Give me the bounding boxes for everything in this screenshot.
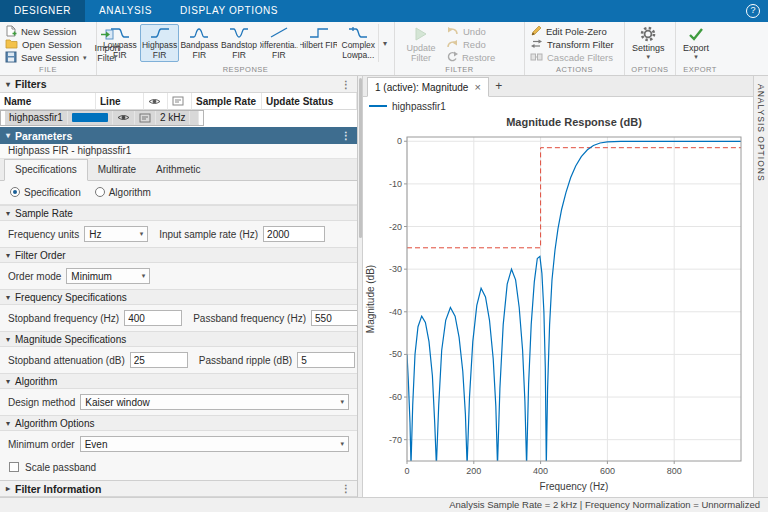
response-differentiator-fir-button[interactable]: Differentia... FIR bbox=[259, 24, 299, 62]
cascade-filters-button[interactable]: Cascade Filters bbox=[528, 51, 616, 64]
response-highpass-fir-button[interactable]: Highpass FIR bbox=[140, 24, 180, 62]
hilbert-response-icon bbox=[309, 25, 329, 40]
chevron-down-icon: ▾ bbox=[140, 230, 144, 238]
section-magnitude-specifications[interactable]: ▾ Magnitude Specifications bbox=[0, 331, 357, 347]
tab-arithmetic[interactable]: Arithmetic bbox=[146, 160, 210, 180]
open-session-button[interactable]: Open Session bbox=[3, 38, 89, 51]
new-figure-tab-button[interactable]: + bbox=[489, 76, 509, 96]
gear-icon bbox=[640, 25, 656, 43]
specification-radio[interactable]: Specification bbox=[10, 187, 81, 198]
filter-visibility-eye-icon[interactable] bbox=[113, 111, 135, 125]
section-frequency-specifications[interactable]: ▾ Frequency Specifications bbox=[0, 289, 357, 305]
section-algorithm-options[interactable]: ▾ Algorithm Options bbox=[0, 415, 357, 431]
parameters-menu-icon[interactable]: ⋮ bbox=[341, 130, 351, 141]
minimum-order-select[interactable]: Even▾ bbox=[80, 436, 349, 452]
tab-designer[interactable]: DESIGNER bbox=[0, 0, 85, 22]
tab-display-options[interactable]: DISPLAY OPTIONS bbox=[166, 0, 292, 22]
legend-line-sample bbox=[369, 105, 387, 107]
restore-icon bbox=[446, 51, 458, 64]
new-session-button[interactable]: New Session bbox=[3, 25, 89, 38]
ribbon-group-response: Lowpass FIR Highpass FIR Bandpass FIR Ba… bbox=[97, 22, 395, 75]
save-session-button[interactable]: Save Session ▾ bbox=[3, 51, 89, 64]
ribbon-group-file: New Session Open Session Save Session ▾ … bbox=[0, 22, 97, 75]
tab-analysis[interactable]: ANALYSIS bbox=[85, 0, 166, 22]
response-curve-highpassfir1 bbox=[407, 141, 741, 465]
response-gallery-expand-button[interactable]: ▾ bbox=[378, 24, 391, 62]
parameters-panel-header[interactable]: ▾ Parameters ⋮ bbox=[0, 127, 357, 144]
save-session-dropdown-icon[interactable]: ▾ bbox=[83, 54, 87, 62]
update-filter-button[interactable]: Update Filter bbox=[398, 24, 444, 64]
algorithm-controls: Design method Kaiser window▾ bbox=[0, 389, 357, 415]
passband-ripple-field[interactable] bbox=[297, 352, 355, 368]
toolstrip-tab-bar: DESIGNER ANALYSIS DISPLAY OPTIONS ? bbox=[0, 0, 768, 22]
scale-passband-checkbox[interactable] bbox=[9, 462, 19, 472]
order-mode-select[interactable]: Minimum▾ bbox=[66, 268, 150, 284]
analysis-options-strip[interactable]: ANALYSIS OPTIONS bbox=[753, 76, 768, 497]
filters-panel-header[interactable]: ▾ Filters ⋮ bbox=[0, 76, 357, 93]
transform-filter-button[interactable]: Transform Filter bbox=[528, 38, 616, 51]
frequency-units-select[interactable]: Hz▾ bbox=[84, 226, 148, 242]
design-method-select[interactable]: Kaiser window▾ bbox=[80, 394, 349, 410]
current-filter-subtitle: Highpass FIR - highpassfir1 bbox=[0, 144, 357, 159]
help-icon[interactable]: ? bbox=[746, 4, 760, 18]
stopband-frequency-field[interactable] bbox=[124, 310, 182, 326]
filters-menu-icon[interactable]: ⋮ bbox=[341, 79, 351, 90]
collapse-icon: ▾ bbox=[6, 419, 10, 428]
ribbon-group-export: Export ▾ EXPORT bbox=[676, 22, 724, 75]
svg-text:Magnitude (dB): Magnitude (dB) bbox=[365, 265, 376, 333]
algorithm-radio[interactable]: Algorithm bbox=[95, 187, 151, 198]
stopband-attenuation-field[interactable] bbox=[130, 352, 188, 368]
settings-button[interactable]: Settings ▾ bbox=[628, 24, 669, 61]
expand-icon: ▸ bbox=[6, 484, 10, 493]
parameter-tabs: Specifications Multirate Arithmetic bbox=[0, 159, 357, 181]
filter-sample-rate-cell: 2 kHz bbox=[156, 111, 191, 125]
redo-icon bbox=[446, 38, 459, 51]
magnitude-response-chart[interactable]: 02004006008000-10-20-30-40-50-60-70Magni… bbox=[363, 113, 753, 497]
passband-frequency-field[interactable] bbox=[311, 310, 358, 326]
ribbon-group-filter: Update Filter Undo Redo Restore FILTER bbox=[395, 22, 525, 75]
response-lowpass-fir-button[interactable]: Lowpass FIR bbox=[100, 24, 140, 62]
input-sample-rate-field[interactable] bbox=[263, 226, 325, 242]
section-algorithm[interactable]: ▾ Algorithm bbox=[0, 373, 357, 389]
design-mask-line bbox=[407, 148, 741, 248]
line-color-swatch[interactable] bbox=[72, 113, 108, 122]
svg-text:-50: -50 bbox=[389, 349, 402, 359]
filter-information-menu-icon[interactable]: ⋮ bbox=[341, 483, 351, 494]
filters-table: Name Line Sample Rate Update Status high… bbox=[0, 93, 357, 127]
svg-text:200: 200 bbox=[466, 466, 481, 476]
collapse-icon: ▾ bbox=[6, 377, 10, 386]
filter-annotation-icon[interactable] bbox=[135, 111, 156, 125]
pencil-icon bbox=[530, 25, 542, 39]
redo-button[interactable]: Redo bbox=[444, 38, 497, 51]
export-button[interactable]: Export ▾ bbox=[679, 24, 713, 61]
section-sample-rate[interactable]: ▾ Sample Rate bbox=[0, 205, 357, 221]
filter-information-header[interactable]: ▸ Filter Information ⋮ bbox=[0, 480, 357, 497]
cascade-blocks-icon bbox=[530, 52, 543, 64]
column-line: Line bbox=[96, 93, 144, 110]
svg-text:600: 600 bbox=[600, 466, 615, 476]
restore-button[interactable]: Restore bbox=[444, 51, 497, 64]
bandpass-response-icon bbox=[189, 25, 209, 40]
collapse-icon: ▾ bbox=[6, 209, 10, 218]
column-update-status: Update Status bbox=[262, 93, 357, 110]
response-hilbert-fir-button[interactable]: Hilbert FIR bbox=[299, 24, 339, 62]
close-tab-icon[interactable]: × bbox=[474, 81, 480, 93]
settings-dropdown-icon: ▾ bbox=[647, 53, 651, 60]
response-complex-lowpass-button[interactable]: Complex Lowpa... bbox=[338, 24, 378, 62]
highpass-response-icon bbox=[150, 25, 170, 40]
filter-row-highpassfir1[interactable]: highpassfir1 2 kHz bbox=[0, 110, 204, 126]
response-bandstop-fir-button[interactable]: Bandstop FIR bbox=[219, 24, 259, 62]
filter-line-cell[interactable] bbox=[68, 111, 113, 125]
undo-button[interactable]: Undo bbox=[444, 25, 497, 38]
section-filter-order[interactable]: ▾ Filter Order bbox=[0, 247, 357, 263]
scale-passband-row: Scale passband bbox=[0, 457, 357, 477]
filter-name-cell[interactable]: highpassfir1 bbox=[5, 111, 68, 125]
new-session-icon bbox=[5, 25, 17, 39]
scrollbar-thumb[interactable] bbox=[359, 78, 362, 238]
magnitude-figure-tab[interactable]: 1 (active): Magnitude × bbox=[367, 77, 489, 97]
response-bandpass-fir-button[interactable]: Bandpass FIR bbox=[179, 24, 219, 62]
tab-specifications[interactable]: Specifications bbox=[4, 159, 88, 181]
tab-multirate[interactable]: Multirate bbox=[88, 160, 146, 180]
collapse-icon: ▾ bbox=[6, 251, 10, 260]
edit-pole-zero-button[interactable]: Edit Pole-Zero bbox=[528, 25, 616, 38]
